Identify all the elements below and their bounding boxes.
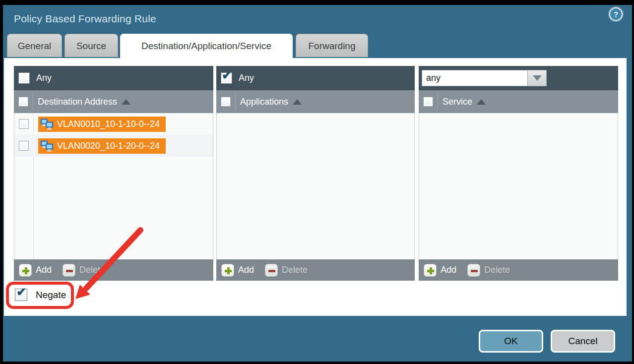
row-checkbox[interactable] [19,141,29,151]
add-icon[interactable] [19,264,32,277]
address-object-label: VLAN0020_10-1-20-0--24 [57,141,160,151]
service-column-header[interactable]: Service [419,90,618,113]
add-button[interactable]: Add [36,265,52,275]
delete-icon[interactable] [63,264,75,277]
ok-button[interactable]: OK [479,330,543,353]
service-column-label: Service [443,97,472,107]
service-dropdown-bar [419,66,618,90]
applications-column-label: Applications [240,97,288,107]
address-object-label: VLAN0010_10-1-10-0--24 [57,119,160,129]
pbf-rule-dialog: Policy Based Forwarding Rule ? General S… [3,5,632,362]
chevron-down-icon [533,75,542,81]
service-list [419,113,618,259]
destination-address-panel: Any Destination Address [14,66,213,281]
applications-column-header[interactable]: Applications [216,90,415,113]
add-icon[interactable] [424,264,437,277]
delete-icon[interactable] [265,264,278,277]
delete-button[interactable]: Delete [79,265,105,275]
applications-any-bar: ✔ Any [216,66,415,90]
add-icon[interactable] [221,264,234,277]
sort-ascending-icon [477,99,486,105]
destination-any-checkbox[interactable] [18,72,30,84]
destination-list: VLAN0010_10-1-10-0--24 [14,113,213,259]
delete-icon[interactable] [467,264,480,277]
destination-any-bar: Any [14,66,213,90]
negate-checkbox[interactable]: ✔ [15,289,27,301]
table-row: VLAN0010_10-1-10-0--24 [14,113,213,135]
tab-forwarding[interactable]: Forwarding [296,34,368,57]
column-divider [33,92,33,111]
service-selectall-checkbox[interactable] [423,97,433,107]
cancel-button[interactable]: Cancel [551,330,615,353]
applications-list [216,113,415,259]
delete-button[interactable]: Delete [282,265,308,275]
applications-any-checkbox[interactable]: ✔ [221,72,232,84]
tab-general[interactable]: General [7,34,62,57]
applications-actions-bar: Add Delete [216,259,415,281]
check-icon: ✔ [222,69,232,81]
dialog-title: Policy Based Forwarding Rule [14,13,156,25]
network-icon [40,140,54,152]
destination-column-label: Destination Address [38,97,117,107]
negate-control: ✔ Negate [15,289,66,301]
dropdown-button[interactable] [528,70,547,86]
network-icon [40,118,54,130]
destination-column-header[interactable]: Destination Address [14,90,213,113]
help-icon[interactable]: ? [609,7,623,21]
address-object-chip[interactable]: VLAN0020_10-1-20-0--24 [38,138,166,154]
add-button[interactable]: Add [441,265,456,275]
delete-button[interactable]: Delete [484,265,510,275]
applications-panel: ✔ Any Applications Add Delete [216,66,415,281]
applications-selectall-checkbox[interactable] [221,97,231,107]
tab-destination-application-service[interactable]: Destination/Application/Service [120,34,293,59]
service-panel: Service Add Delete [419,66,618,281]
column-divider [438,92,438,111]
table-row: VLAN0020_10-1-20-0--24 [14,135,213,157]
service-actions-bar: Add Delete [419,259,618,281]
add-button[interactable]: Add [238,265,254,275]
destination-actions-bar: Add Delete [14,259,213,281]
column-divider [235,92,236,111]
tab-content: Any Destination Address [4,58,627,316]
destination-any-label: Any [36,73,52,83]
service-dropdown-input[interactable] [422,70,528,86]
destination-selectall-checkbox[interactable] [18,97,28,107]
negate-label: Negate [36,290,66,301]
address-object-chip[interactable]: VLAN0010_10-1-10-0--24 [38,117,166,132]
row-checkbox[interactable] [19,119,29,129]
service-dropdown[interactable] [422,70,547,86]
check-icon: ✔ [16,286,26,298]
applications-any-label: Any [239,73,254,83]
tab-source[interactable]: Source [64,34,118,57]
sort-ascending-icon [293,99,302,105]
sort-ascending-icon [122,99,130,105]
